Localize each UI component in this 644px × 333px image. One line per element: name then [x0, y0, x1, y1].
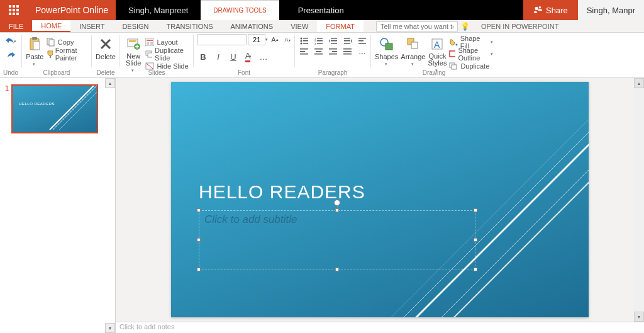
svg-rect-0 — [9, 5, 11, 8]
group-delete: Delete Delete — [92, 33, 119, 77]
vertical-scrollbar[interactable]: ▴ ▾ — [634, 78, 644, 322]
new-slide-button[interactable]: New Slide ▾ — [124, 34, 143, 73]
subtitle-placeholder-text[interactable]: Click to add subtitle — [199, 211, 475, 229]
thumb-scroll-down[interactable]: ▾ — [105, 323, 115, 333]
svg-rect-7 — [13, 13, 15, 15]
group-label-paragraph: Paragraph — [295, 69, 370, 76]
tab-insert[interactable]: INSERT — [70, 20, 113, 32]
svg-rect-38 — [331, 40, 337, 42]
font-size-input[interactable] — [248, 34, 265, 45]
quick-styles-button[interactable]: A Quick Styles▾ — [428, 34, 447, 73]
svg-rect-42 — [344, 43, 350, 44]
svg-rect-4 — [13, 9, 15, 11]
svg-rect-37 — [331, 38, 337, 39]
resize-handle-s[interactable] — [335, 268, 339, 271]
group-label-font: Font — [194, 69, 294, 76]
tab-format[interactable]: FORMAT — [317, 20, 364, 32]
format-painter-button[interactable]: Format Painter — [47, 48, 87, 60]
tab-view[interactable]: VIEW — [282, 20, 317, 32]
document-title[interactable]: Presentation — [279, 0, 363, 20]
title-bar: PowerPoint Online Singh, Manpreet DRAWIN… — [0, 0, 644, 20]
underline-button[interactable]: U — [228, 52, 239, 62]
paste-button[interactable]: Paste ▾ — [26, 34, 44, 67]
app-launcher-button[interactable] — [0, 0, 28, 20]
thumb-scroll-up[interactable]: ▴ — [105, 78, 115, 88]
svg-rect-46 — [300, 48, 308, 50]
shapes-button[interactable]: Shapes▾ — [375, 34, 398, 67]
more-paragraph-options-button[interactable]: … — [357, 47, 368, 56]
redo-button[interactable] — [5, 50, 16, 60]
svg-rect-44 — [358, 40, 364, 42]
increase-indent-button[interactable] — [342, 37, 353, 45]
scrollbar-track[interactable] — [634, 88, 644, 312]
resize-handle-e[interactable] — [474, 238, 477, 242]
decrease-indent-button[interactable] — [328, 37, 339, 45]
group-paragraph: 123 … Paragraph — [295, 33, 370, 77]
slide-title-text[interactable]: HELLO READERS — [199, 181, 365, 203]
bullet-list-button[interactable] — [299, 37, 310, 45]
shrink-font-button[interactable]: A▾ — [282, 35, 293, 45]
svg-rect-50 — [316, 51, 321, 52]
resize-handle-sw[interactable] — [197, 268, 201, 271]
tab-design[interactable]: DESIGN — [113, 20, 157, 32]
workspace: ▴ 1 HELLO READERS ▾ HELLO READERS — [0, 78, 644, 333]
arrange-icon — [404, 37, 422, 52]
bold-button[interactable]: B — [197, 52, 209, 62]
align-left-button[interactable] — [299, 47, 310, 56]
group-label-delete: Delete — [92, 69, 119, 76]
scroll-up-button[interactable]: ▴ — [634, 78, 644, 88]
more-font-options-button[interactable]: … — [258, 52, 269, 62]
slide-thumbnail-1[interactable]: 1 HELLO READERS — [5, 84, 110, 133]
grow-font-button[interactable]: A▴ — [269, 35, 280, 45]
delete-button[interactable]: Delete — [96, 34, 116, 60]
align-justify-button[interactable] — [342, 47, 353, 56]
svg-rect-6 — [9, 13, 11, 15]
user-name-right[interactable]: Singh, Manpr — [578, 0, 644, 20]
resize-handle-w[interactable] — [197, 238, 201, 242]
thumbnail-preview[interactable]: HELLO READERS — [11, 84, 98, 133]
notes-pane[interactable]: Click to add notes — [116, 322, 644, 333]
canvas-scroll[interactable]: HELLO READERS Click to add subtitle — [116, 78, 644, 322]
share-button[interactable]: Share — [523, 0, 578, 20]
resize-handle-ne[interactable] — [474, 208, 477, 212]
scroll-down-button[interactable]: ▾ — [634, 312, 644, 322]
shapes-icon — [378, 37, 396, 52]
undo-button[interactable]: ▾ — [5, 37, 16, 47]
slide-canvas[interactable]: HELLO READERS Click to add subtitle — [171, 82, 589, 317]
numbered-list-button[interactable]: 123 — [313, 37, 325, 45]
svg-rect-52 — [329, 48, 337, 50]
open-in-powerpoint-link[interactable]: OPEN IN POWERPOINT — [481, 23, 558, 30]
svg-text:3: 3 — [314, 42, 316, 45]
tab-home[interactable]: HOME — [32, 20, 70, 32]
tell-me-search[interactable]: 💡 — [376, 21, 470, 31]
shape-outline-button[interactable]: Shape Outline▾ — [449, 48, 493, 60]
align-right-button[interactable] — [328, 47, 339, 56]
resize-handle-se[interactable] — [474, 268, 477, 271]
italic-button[interactable]: I — [213, 52, 224, 62]
svg-rect-55 — [343, 48, 352, 50]
group-label-drawing: Drawing — [371, 69, 497, 76]
resize-handle-n[interactable] — [335, 208, 339, 212]
rotate-handle[interactable] — [334, 200, 340, 206]
font-color-button[interactable]: A▾ — [243, 52, 254, 62]
svg-rect-16 — [129, 40, 136, 42]
arrange-button[interactable]: Arrange▾ — [401, 34, 425, 67]
group-slides: New Slide ▾ Layout Duplicate Slide Hide … — [120, 33, 193, 77]
font-name-input[interactable] — [197, 34, 247, 45]
subtitle-placeholder-box[interactable]: Click to add subtitle — [199, 210, 475, 269]
svg-rect-45 — [358, 43, 366, 44]
thumbnail-number: 1 — [5, 84, 9, 133]
tab-transitions[interactable]: TRANSITIONS — [158, 20, 222, 32]
tab-file[interactable]: FILE — [0, 20, 32, 32]
text-direction-button[interactable] — [357, 37, 368, 45]
tab-animations[interactable]: ANIMATIONS — [222, 20, 282, 32]
align-center-button[interactable] — [313, 47, 325, 56]
svg-point-64 — [456, 44, 458, 46]
svg-rect-56 — [343, 51, 352, 52]
svg-rect-54 — [329, 54, 337, 55]
duplicate-slide-button[interactable]: Duplicate Slide — [145, 48, 189, 60]
tell-me-input[interactable] — [376, 21, 458, 31]
resize-handle-nw[interactable] — [197, 208, 201, 212]
user-name-left[interactable]: Singh, Manpreet — [116, 0, 201, 20]
group-label-slides: Slides — [120, 69, 193, 76]
